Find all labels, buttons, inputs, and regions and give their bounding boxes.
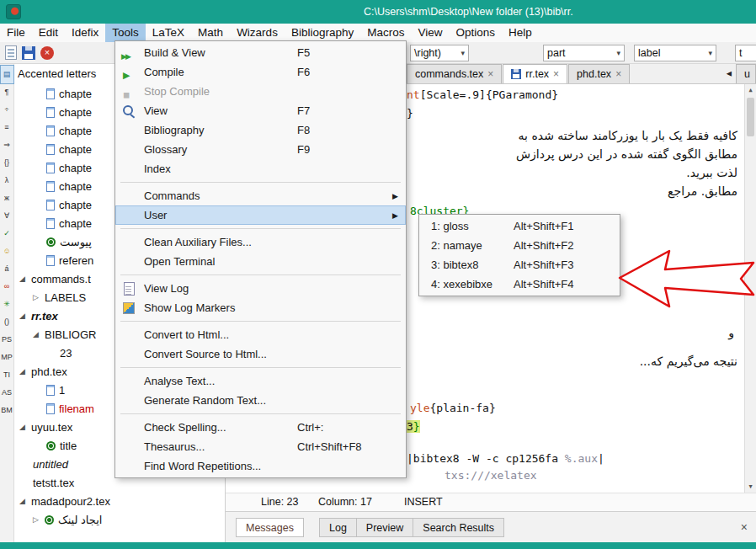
scroll-up-icon[interactable]: ▲ <box>745 84 756 96</box>
asymptote-panel-icon[interactable]: AS <box>1 384 13 402</box>
chevron-down-icon[interactable]: ▾ <box>616 49 620 57</box>
menu-item-analyse-text...[interactable]: Analyse Text... <box>115 371 406 391</box>
delimiter-combo[interactable]: \right)▾ <box>410 45 469 61</box>
menu-item-find-word-repetitions...[interactable]: Find Word Repetitions... <box>115 456 406 476</box>
logic-panel-icon[interactable]: ∀ <box>1 207 13 225</box>
collapse-icon[interactable]: ◢ <box>19 367 31 376</box>
tab-phd.tex[interactable]: phd.tex× <box>568 64 630 83</box>
sectioning-combo[interactable]: part▾ <box>543 45 625 61</box>
collapse-icon[interactable]: ◢ <box>19 423 31 431</box>
menu-item-glossary[interactable]: GlossaryF9 <box>115 140 406 159</box>
menu-item-commands[interactable]: Commands▶ <box>115 186 406 205</box>
structure-panel-icon[interactable]: ▤ <box>1 66 13 83</box>
menu-tools[interactable]: Tools <box>105 24 146 42</box>
reference-combo[interactable]: label▾ <box>634 45 716 61</box>
tree-item-label: phd.tex <box>31 365 67 378</box>
menu-latex[interactable]: LaTeX <box>146 24 191 42</box>
pstricks-panel-icon[interactable]: PS <box>1 331 13 349</box>
save-icon[interactable] <box>22 46 35 60</box>
metapost-panel-icon[interactable]: MP <box>1 349 13 366</box>
menu-view[interactable]: View <box>411 24 449 42</box>
close-panel-icon[interactable]: × <box>741 520 748 534</box>
tree-item-label: commands.t <box>31 273 91 285</box>
tree-item-label: uyuu.tex <box>31 421 72 434</box>
expand-icon[interactable]: ▷ <box>33 515 45 524</box>
window-bottom-edge <box>0 542 756 549</box>
compile-icon <box>121 65 136 78</box>
infinity-panel-icon[interactable]: ∞ <box>1 278 13 296</box>
menu-item-check-spelling...[interactable]: Check Spelling...Ctrl+: <box>115 418 406 437</box>
tab-partial[interactable]: u <box>736 64 756 83</box>
tikz-panel-icon[interactable]: TI <box>1 366 13 384</box>
menu-item-thesaurus...[interactable]: Thesaurus...Ctrl+Shift+F8 <box>115 437 406 456</box>
menu-macros[interactable]: Macros <box>360 24 411 42</box>
scrollbar-thumb[interactable] <box>747 98 754 136</box>
menu-item-generate-random-text...[interactable]: Generate Random Text... <box>115 391 406 410</box>
tab-scroll-left-icon[interactable]: ◂ <box>722 64 736 83</box>
menu-options[interactable]: Options <box>449 24 502 42</box>
delimiters-panel-icon[interactable]: {} <box>1 154 13 172</box>
modified-save-icon <box>511 69 521 79</box>
expand-icon[interactable]: ▷ <box>33 293 45 301</box>
new-file-icon[interactable] <box>5 45 17 60</box>
editor-line: txs:///xelatex <box>445 468 537 483</box>
paragraph-panel-icon[interactable]: ¶ <box>1 83 13 101</box>
menu-bibliography[interactable]: Bibliography <box>285 24 360 42</box>
menu-help[interactable]: Help <box>502 24 539 42</box>
submenu-item-4-xexebibxe[interactable]: 4: xexebibxeAlt+Shift+F4 <box>419 274 620 294</box>
menu-item-show-log-markers[interactable]: Show Log Markers <box>115 298 406 317</box>
smiley-panel-icon[interactable]: ☺ <box>1 243 13 260</box>
collapse-icon[interactable]: ◢ <box>19 312 31 320</box>
menu-item-view[interactable]: ViewF7 <box>115 101 406 120</box>
collapse-icon[interactable]: ◢ <box>19 274 31 283</box>
menu-item-build-view[interactable]: Build & ViewF5 <box>115 43 406 62</box>
bottom-tab-preview[interactable]: Preview <box>356 518 413 537</box>
menu-item-view-log[interactable]: View Log <box>115 279 406 298</box>
greek-panel-icon[interactable]: λ <box>1 172 13 189</box>
menu-item-convert-source-to-html...[interactable]: Convert Source to Html... <box>115 344 406 364</box>
cyrillic-panel-icon[interactable]: ж <box>1 189 13 207</box>
relations-panel-icon[interactable]: ≡ <box>1 119 13 136</box>
clipped-combo[interactable]: t▾ <box>735 45 756 61</box>
bookmarks-panel-icon[interactable]: BM <box>1 402 13 419</box>
menu-idefix[interactable]: Idefix <box>65 24 105 42</box>
scroll-down-icon[interactable]: ▼ <box>745 481 756 493</box>
accented-panel-icon[interactable]: á <box>1 260 13 278</box>
checkmark-panel-icon[interactable]: ✓ <box>1 225 13 243</box>
menu-file[interactable]: File <box>0 24 32 42</box>
operators-panel-icon[interactable]: ÷ <box>1 101 13 119</box>
tab-commands.tex[interactable]: commands.tex× <box>407 64 502 83</box>
menu-item-compile[interactable]: CompileF6 <box>115 62 406 82</box>
submenu-item-2-namaye[interactable]: 2: namayeAlt+Shift+F2 <box>419 236 620 255</box>
chevron-down-icon[interactable]: ▾ <box>708 49 712 57</box>
menu-item-bibliography[interactable]: BibliographyF8 <box>115 120 406 140</box>
menu-wizards[interactable]: Wizards <box>230 24 285 42</box>
collapse-icon[interactable]: ◢ <box>33 330 45 338</box>
menu-item-index[interactable]: Index <box>115 159 406 179</box>
tab-rr.tex[interactable]: rr.tex× <box>503 64 567 83</box>
bottom-tab-messages[interactable]: Messages <box>236 518 304 537</box>
tab-close-icon[interactable]: × <box>553 68 559 80</box>
tree-item-madadpour2.tex[interactable]: ◢madadpour2.tex <box>14 492 225 510</box>
menu-item-clean-auxiliary-files...[interactable]: Clean Auxiliary Files... <box>115 232 406 252</box>
brackets-panel-icon[interactable]: () <box>1 313 13 331</box>
bottom-tab-log[interactable]: Log <box>319 518 357 537</box>
submenu-item-3-bibtex8[interactable]: 3: bibtex8Alt+Shift+F3 <box>419 255 620 274</box>
menu-item-user[interactable]: User▶ <box>115 205 406 225</box>
menu-item-open-terminal[interactable]: Open Terminal <box>115 252 406 271</box>
tab-close-icon[interactable]: × <box>615 68 621 80</box>
tab-close-icon[interactable]: × <box>487 68 493 80</box>
arrows-panel-icon[interactable]: ⇒ <box>1 136 13 154</box>
chevron-down-icon[interactable]: ▾ <box>461 49 465 57</box>
tab-label: u <box>744 68 750 80</box>
code-segment: لذت ببرید. <box>686 166 737 179</box>
collapse-icon[interactable]: ◢ <box>19 497 31 505</box>
close-file-icon[interactable] <box>40 46 54 60</box>
submenu-item-1-gloss[interactable]: 1: glossAlt+Shift+F1 <box>419 216 620 236</box>
menu-edit[interactable]: Edit <box>32 24 65 42</box>
menu-math[interactable]: Math <box>191 24 230 42</box>
menu-item-convert-to-html...[interactable]: Convert to Html... <box>115 325 406 344</box>
special-panel-icon[interactable]: ✳ <box>1 296 13 313</box>
bottom-tab-search-results[interactable]: Search Results <box>413 518 504 537</box>
tree-item-row-23[interactable]: ▷ايجاد لينک <box>14 510 225 529</box>
